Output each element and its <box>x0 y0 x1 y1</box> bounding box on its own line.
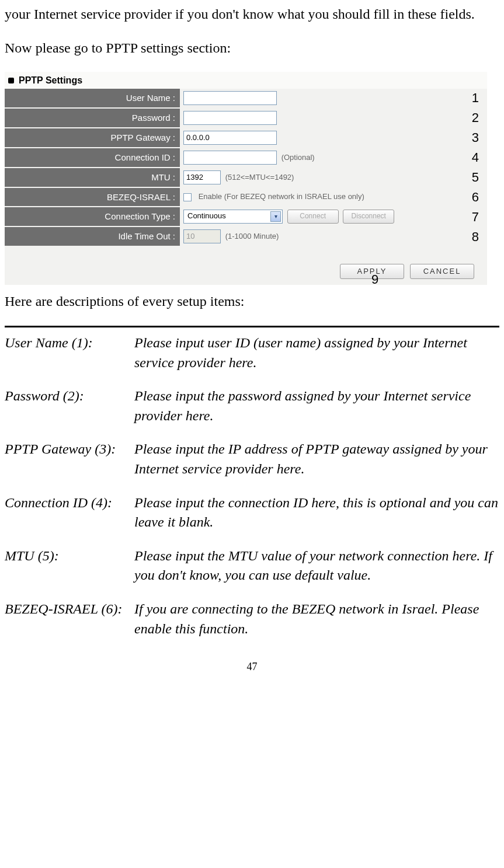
pptp-gateway-input[interactable] <box>183 131 277 145</box>
intro-paragraph-2: Now please go to PPTP settings section: <box>5 39 499 58</box>
page-number: 47 <box>5 660 499 674</box>
bezeq-checkbox[interactable] <box>183 193 192 201</box>
pptp-settings-header: PPTP Settings <box>5 72 487 88</box>
label-user-name: User Name : <box>5 89 180 108</box>
desc-term-1: User Name (1): <box>5 333 134 372</box>
chevron-down-icon: ▾ <box>270 211 281 222</box>
desc-term-4: Connection ID (4): <box>5 493 134 532</box>
callout-5: 5 <box>472 169 479 187</box>
callout-8: 8 <box>472 228 479 246</box>
user-name-input[interactable] <box>183 91 277 105</box>
connection-id-input[interactable] <box>183 151 277 165</box>
connection-type-select[interactable]: Continuous ▾ <box>183 210 283 224</box>
connection-id-hint: (Optional) <box>281 153 315 162</box>
desc-item-3: PPTP Gateway (3): Please input the IP ad… <box>5 440 499 479</box>
desc-term-3: PPTP Gateway (3): <box>5 440 134 479</box>
desc-def-3: Please input the IP address of PPTP gate… <box>134 440 499 479</box>
callout-1: 1 <box>472 89 479 107</box>
label-bezeq-israel: BEZEQ-ISRAEL : <box>5 187 180 207</box>
mtu-input[interactable] <box>183 170 221 184</box>
desc-item-5: MTU (5): Please input the MTU value of y… <box>5 546 499 585</box>
bezeq-hint: Enable (For BEZEQ network in ISRAEL use … <box>199 192 364 201</box>
disconnect-button[interactable]: Disconnect <box>343 210 394 224</box>
connection-type-value: Continuous <box>187 211 226 221</box>
desc-def-2: Please input the password assigned by yo… <box>134 386 499 426</box>
desc-item-2: Password (2): Please input the password … <box>5 386 499 426</box>
label-pptp-gateway: PPTP Gateway : <box>5 128 180 148</box>
label-connection-id: Connection ID : <box>5 148 180 168</box>
intro-paragraph-1: your Internet service provider if you do… <box>5 5 499 25</box>
pptp-settings-form: User Name : Password : PPTP Gateway : Co… <box>5 89 487 247</box>
callout-6: 6 <box>472 189 479 207</box>
descriptions-heading: Here are descriptions of every setup ite… <box>5 292 499 312</box>
desc-item-1: User Name (1): Please input user ID (use… <box>5 333 499 372</box>
desc-term-6: BEZEQ-ISRAEL (6): <box>5 599 134 639</box>
pptp-settings-screenshot: PPTP Settings User Name : Password : PPT… <box>5 72 487 285</box>
desc-def-4: Please input the connection ID here, thi… <box>134 493 499 532</box>
desc-def-1: Please input user ID (user name) assigne… <box>134 333 499 372</box>
desc-item-6: BEZEQ-ISRAEL (6): If you are connecting … <box>5 599 499 639</box>
horizontal-rule <box>5 326 499 327</box>
callout-7: 7 <box>472 208 479 226</box>
desc-item-4: Connection ID (4): Please input the conn… <box>5 493 499 532</box>
bullet-icon <box>8 78 14 83</box>
callout-2: 2 <box>472 109 479 127</box>
label-idle-timeout: Idle Time Out : <box>5 226 180 246</box>
form-footer: APPLY CANCEL <box>5 247 487 285</box>
pptp-settings-title: PPTP Settings <box>19 74 82 87</box>
desc-term-2: Password (2): <box>5 386 134 426</box>
label-mtu: MTU : <box>5 168 180 187</box>
desc-def-6: If you are connecting to the BEZEQ netwo… <box>134 599 499 639</box>
cancel-button[interactable]: CANCEL <box>410 264 474 279</box>
idle-timeout-hint: (1-1000 Minute) <box>225 232 279 240</box>
mtu-hint: (512<=MTU<=1492) <box>225 173 294 182</box>
label-password: Password : <box>5 108 180 128</box>
desc-def-5: Please input the MTU value of your netwo… <box>134 546 499 585</box>
callout-9: 9 <box>371 271 378 289</box>
connect-button[interactable]: Connect <box>287 210 339 224</box>
callout-4: 4 <box>472 149 479 167</box>
label-connection-type: Connection Type : <box>5 207 180 226</box>
desc-term-5: MTU (5): <box>5 546 134 585</box>
idle-timeout-input[interactable] <box>183 229 221 243</box>
callout-3: 3 <box>472 129 479 147</box>
password-input[interactable] <box>183 111 277 125</box>
